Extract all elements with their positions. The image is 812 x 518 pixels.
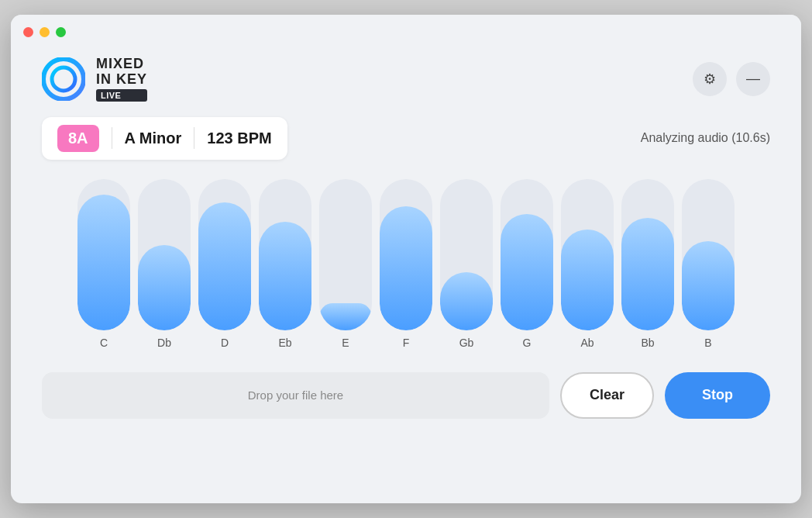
logo-name: MIXEDIN KEY bbox=[96, 57, 147, 88]
bpm-value: 123 BPM bbox=[207, 130, 271, 147]
chroma-track-f bbox=[380, 179, 432, 330]
key-info-panel: 8A A Minor 123 BPM bbox=[42, 117, 287, 160]
divider bbox=[112, 127, 112, 149]
main-content: MIXEDIN KEY LIVE ⚙ — 8A A Minor 123 BPM … bbox=[11, 49, 801, 442]
chroma-fill-bb bbox=[621, 218, 674, 330]
chroma-fill-f bbox=[380, 206, 432, 330]
logo-area: MIXEDIN KEY LIVE bbox=[42, 57, 147, 102]
clear-button[interactable]: Clear bbox=[560, 372, 654, 419]
chroma-fill-g bbox=[501, 214, 553, 330]
stop-button[interactable]: Stop bbox=[665, 372, 770, 419]
chroma-track-bb bbox=[621, 179, 674, 330]
chroma-label-gb: Gb bbox=[459, 337, 474, 349]
key-name: A Minor bbox=[125, 130, 182, 147]
chroma-column-f: F bbox=[380, 179, 432, 349]
chroma-label-bb: Bb bbox=[641, 337, 654, 349]
chroma-label-ab: Ab bbox=[580, 337, 594, 349]
svg-point-1 bbox=[52, 67, 75, 91]
analyzing-status: Analyzing audio (10.6s) bbox=[641, 131, 770, 145]
chroma-track-d bbox=[198, 179, 251, 330]
traffic-lights bbox=[23, 27, 66, 37]
chroma-fill-d bbox=[198, 202, 251, 330]
chroma-fill-gb bbox=[440, 272, 493, 330]
chroma-label-e: E bbox=[342, 337, 349, 349]
chroma-label-db: Db bbox=[157, 337, 171, 349]
svg-point-0 bbox=[43, 59, 84, 99]
chroma-label-f: F bbox=[403, 337, 410, 349]
titlebar bbox=[11, 15, 801, 49]
settings-button[interactable]: ⚙ bbox=[693, 62, 727, 96]
chromagram: CDbDEbEFGbGAbBbB bbox=[42, 178, 770, 349]
chroma-fill-ab bbox=[561, 230, 614, 330]
chroma-track-c bbox=[77, 179, 130, 330]
close-button[interactable] bbox=[23, 27, 33, 37]
chroma-track-gb bbox=[440, 179, 493, 330]
divider2 bbox=[194, 127, 194, 149]
chroma-track-db bbox=[138, 179, 191, 330]
chroma-column-gb: Gb bbox=[440, 179, 493, 349]
chroma-track-b bbox=[682, 179, 735, 330]
chroma-column-d: D bbox=[198, 179, 251, 349]
chroma-fill-db bbox=[138, 245, 191, 330]
chroma-column-b: B bbox=[682, 179, 735, 349]
camelot-badge: 8A bbox=[57, 125, 99, 152]
minimize-window-button[interactable]: — bbox=[736, 62, 770, 96]
fullscreen-button[interactable] bbox=[56, 27, 66, 37]
info-bar: 8A A Minor 123 BPM Analyzing audio (10.6… bbox=[42, 117, 770, 160]
chroma-fill-b bbox=[682, 241, 735, 330]
chroma-label-c: C bbox=[100, 337, 108, 349]
header-controls: ⚙ — bbox=[693, 62, 770, 96]
drop-zone-button[interactable]: Drop your file here bbox=[42, 372, 549, 419]
header: MIXEDIN KEY LIVE ⚙ — bbox=[42, 57, 770, 102]
chroma-label-eb: Eb bbox=[278, 337, 291, 349]
chroma-track-ab bbox=[561, 179, 614, 330]
logo-text: MIXEDIN KEY LIVE bbox=[96, 57, 147, 102]
chroma-fill-e bbox=[319, 303, 372, 330]
chroma-fill-c bbox=[77, 195, 130, 330]
chroma-column-eb: Eb bbox=[259, 179, 311, 349]
drop-zone-label: Drop your file here bbox=[248, 388, 343, 402]
bottom-bar: Drop your file here Clear Stop bbox=[42, 372, 770, 419]
chroma-column-c: C bbox=[77, 179, 130, 349]
chroma-label-b: B bbox=[704, 337, 711, 349]
chroma-column-db: Db bbox=[138, 179, 191, 349]
chroma-column-bb: Bb bbox=[621, 179, 674, 349]
minimize-button[interactable] bbox=[40, 27, 50, 37]
chroma-column-e: E bbox=[319, 179, 372, 349]
chroma-fill-eb bbox=[259, 222, 311, 330]
chroma-label-d: D bbox=[221, 337, 229, 349]
live-badge: LIVE bbox=[96, 89, 147, 102]
app-logo-icon bbox=[42, 57, 85, 101]
chroma-column-ab: Ab bbox=[561, 179, 614, 349]
chroma-track-e bbox=[319, 179, 372, 330]
app-window: MIXEDIN KEY LIVE ⚙ — 8A A Minor 123 BPM … bbox=[11, 15, 801, 503]
chroma-label-g: G bbox=[523, 337, 532, 349]
chroma-column-g: G bbox=[501, 179, 553, 349]
chroma-track-eb bbox=[259, 179, 311, 330]
chroma-track-g bbox=[501, 179, 553, 330]
